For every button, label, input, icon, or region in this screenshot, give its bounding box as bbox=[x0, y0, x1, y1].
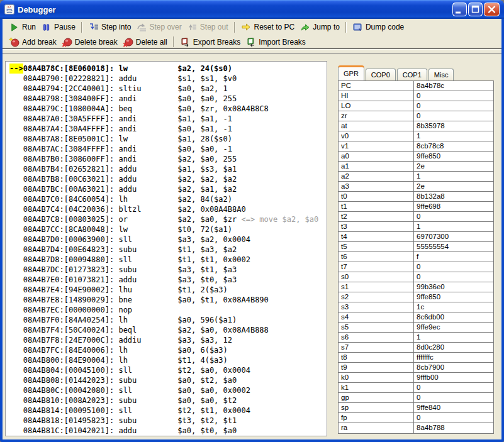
register-row: s61 bbox=[339, 333, 493, 343]
disasm-line[interactable]: 08A4B7EC:[00000000]: nop bbox=[6, 305, 327, 315]
disasm-line[interactable]: 08A4B79C:[1080004A]: beq $a0, $zr, 0x08A… bbox=[6, 104, 327, 114]
register-value[interactable]: 9ffe850 bbox=[414, 152, 493, 161]
instruction-text: 08A4B7D0:[00063900]: sll $a3, $a2, 0x000… bbox=[23, 235, 250, 244]
java-app-icon[interactable] bbox=[4, 4, 14, 14]
pause-button[interactable]: Pause bbox=[38, 21, 78, 33]
register-value[interactable]: 9ffe698 bbox=[414, 202, 493, 211]
disasm-line[interactable]: 08A4B814:[00095100]: sll $t2, $t1, 0x000… bbox=[6, 406, 327, 416]
register-name: HI bbox=[339, 91, 414, 101]
register-value[interactable]: 9fffb00 bbox=[414, 373, 493, 382]
tab-cop1[interactable]: COP1 bbox=[397, 69, 427, 80]
register-value[interactable]: 9ffe840 bbox=[414, 403, 493, 412]
disasm-line[interactable]: 08A4B798:[308400FF]: andi $a0, $a0, 255 bbox=[6, 94, 327, 104]
register-value[interactable]: 0 bbox=[414, 272, 493, 282]
delete-break-button[interactable]: Delete break bbox=[59, 36, 120, 48]
disasm-line[interactable]: 08A4B7A4:[30A4FFFF]: andi $a0, $a1, -1 bbox=[6, 124, 327, 134]
disasm-line[interactable]: 08A4B790:[02228821]: addu $s1, $s1, $v0 bbox=[6, 74, 327, 84]
disasm-line[interactable]: 08A4B800:[84E90004]: lh $t1, 4($a3) bbox=[6, 355, 327, 365]
dump-code-button[interactable]: Dump code bbox=[350, 21, 406, 33]
register-value[interactable]: 0 bbox=[414, 212, 493, 221]
register-value[interactable]: 9ffe9ec bbox=[414, 323, 493, 332]
reset-to-pc-button[interactable]: Reset to PC bbox=[238, 21, 298, 33]
disasm-line[interactable]: 08A4B7A0:[30A5FFFF]: andi $a1, $a1, -1 bbox=[6, 114, 327, 124]
register-value[interactable]: 9ffe850 bbox=[414, 292, 493, 302]
disasm-line[interactable]: 08A4B7AC:[3084FFFF]: andi $a0, $a0, -1 bbox=[6, 144, 327, 154]
minimize-button[interactable] bbox=[452, 3, 467, 16]
tab-cop0[interactable]: COP0 bbox=[366, 69, 396, 80]
disasm-line[interactable]: 08A4B794:[2CC40001]: sltiu $a0, $a2, 1 bbox=[6, 84, 327, 94]
register-value[interactable]: 0 bbox=[414, 413, 493, 423]
disasm-line[interactable]: 08A4B7B4:[02652821]: addu $a1, $s3, $a1 bbox=[6, 164, 327, 174]
disasm-line[interactable]: 08A4B7CC:[8CA80048]: lw $t0, 72($a1) bbox=[6, 224, 327, 235]
register-value[interactable]: 1 bbox=[414, 333, 493, 342]
register-value[interactable]: 1 bbox=[414, 222, 493, 231]
disasm-line[interactable]: 08A4B808:[01442023]: subu $a0, $t2, $a0 bbox=[6, 375, 327, 385]
disasm-line[interactable]: 08A4B7F4:[50C40024]: beql $a2, $a0, 0x08… bbox=[6, 325, 327, 335]
disasm-line[interactable]: 08A4B7C0:[84C60054]: lh $a2, 84($a2) bbox=[6, 194, 327, 204]
disasm-line[interactable]: 08A4B7D8:[00094880]: sll $t1, $t1, 0x000… bbox=[6, 255, 327, 265]
register-value[interactable]: 8cb7900 bbox=[414, 363, 493, 372]
register-value[interactable]: 8c6db00 bbox=[414, 312, 493, 322]
run-button[interactable]: Run bbox=[6, 21, 38, 33]
disasm-line[interactable]: 08A4B7B8:[00C63021]: addu $a2, $a2, $a2 bbox=[6, 174, 327, 184]
disasm-line[interactable]: 08A4B7BC:[00A63021]: addu $a2, $a1, $a2 bbox=[6, 184, 327, 194]
disasm-line[interactable]: 08A4B7E8:[14890029]: bne $a0, $t1, 0x08A… bbox=[6, 295, 327, 305]
disasm-line[interactable]: 08A4B818:[01495823]: subu $t3, $t2, $t1 bbox=[6, 416, 327, 426]
register-value[interactable]: 0 bbox=[414, 101, 493, 111]
register-value[interactable]: 8b132a8 bbox=[414, 192, 493, 201]
register-value[interactable]: 8a4b788 bbox=[414, 423, 493, 433]
register-row: t70 bbox=[339, 262, 493, 272]
disasm-line[interactable]: 08A4B80C:[00042080]: sll $a0, $a0, 0x000… bbox=[6, 385, 327, 395]
register-value[interactable]: 69707300 bbox=[414, 232, 493, 241]
disasm-line[interactable]: 08A4B81C:[01042021]: addu $a0, $t0, $a0 bbox=[6, 426, 327, 436]
export-breaks-button[interactable]: Export Breaks bbox=[177, 36, 243, 48]
disasm-line[interactable]: 08A4B7A8:[8E05001C]: lw $a1, 28($s0) bbox=[6, 134, 327, 144]
disasm-line[interactable]: 08A4B7F8:[24E7000C]: addiu $a3, $a3, 12 bbox=[6, 335, 327, 345]
maximize-button[interactable] bbox=[468, 3, 483, 16]
tab-gpr[interactable]: GPR bbox=[338, 65, 364, 80]
register-value[interactable]: 1 bbox=[414, 172, 493, 181]
tab-misc[interactable]: Misc bbox=[428, 69, 454, 80]
register-value[interactable]: 0 bbox=[414, 262, 493, 272]
register-value[interactable]: 0 bbox=[414, 91, 493, 101]
title-bar[interactable]: Debugger bbox=[0, 0, 504, 19]
disasm-line[interactable]: 08A4B7D4:[00E64823]: subu $t1, $a3, $a2 bbox=[6, 245, 327, 255]
register-value[interactable]: 8a4b78c bbox=[414, 81, 493, 91]
register-value[interactable]: 1c bbox=[414, 302, 493, 312]
disasm-line[interactable]: 08A4B7E0:[01073821]: addu $a3, $t0, $a3 bbox=[6, 275, 327, 285]
register-name: a1 bbox=[339, 162, 414, 171]
disasm-line[interactable]: 08A4B7E4:[94E90002]: lhu $t1, 2($a3) bbox=[6, 285, 327, 295]
register-value[interactable]: 8b35978 bbox=[414, 121, 493, 131]
jump-to-icon bbox=[300, 22, 310, 32]
register-value[interactable]: 8d0c280 bbox=[414, 343, 493, 352]
register-value[interactable]: f bbox=[414, 252, 493, 262]
toolbar-separator bbox=[173, 36, 174, 47]
register-value[interactable]: fffffffc bbox=[414, 353, 493, 362]
register-value[interactable]: 1 bbox=[414, 131, 493, 141]
disasm-line[interactable]: 08A4B7D0:[00063900]: sll $a3, $a2, 0x000… bbox=[6, 235, 327, 245]
disasm-line[interactable]: -->08A4B78C:[8E060018]: lw $a2, 24($s0) bbox=[6, 64, 327, 74]
disasm-line[interactable]: 08A4B7C8:[00803025]: or $a2, $a0, $zr <=… bbox=[6, 214, 327, 224]
jump-to-button[interactable]: Jump to bbox=[297, 21, 342, 33]
register-value[interactable]: 0 bbox=[414, 111, 493, 121]
import-breaks-button[interactable]: Import Breaks bbox=[243, 36, 308, 48]
delete-all-button[interactable]: Delete all bbox=[120, 36, 170, 48]
register-value[interactable]: 2e bbox=[414, 162, 493, 171]
disasm-line[interactable]: 08A4B810:[008A2023]: subu $a0, $a0, $t2 bbox=[6, 395, 327, 406]
disasm-line[interactable]: 08A4B804:[00045100]: sll $t2, $a0, 0x000… bbox=[6, 365, 327, 375]
register-value[interactable]: 8cb78c8 bbox=[414, 141, 493, 151]
register-value[interactable]: 0 bbox=[414, 383, 493, 392]
instruction-text: 08A4B7E0:[01073821]: addu $a3, $t0, $a3 bbox=[23, 275, 237, 284]
close-button[interactable] bbox=[484, 3, 500, 16]
disasm-line[interactable]: 08A4B7FC:[84E40006]: lh $a0, 6($a3) bbox=[6, 345, 327, 355]
add-break-button[interactable]: Add break bbox=[6, 36, 59, 48]
register-value[interactable]: 55555554 bbox=[414, 242, 493, 251]
disasm-line[interactable]: 08A4B7C4:[04C20036]: bltzl $a2, 0x08A4B8… bbox=[6, 204, 327, 214]
disasm-line[interactable]: 08A4B7F0:[84A40254]: lh $a0, 596($a1) bbox=[6, 315, 327, 325]
register-value[interactable]: 99b36e0 bbox=[414, 282, 493, 292]
step-into-button[interactable]: Step into bbox=[86, 21, 133, 33]
disasm-line[interactable]: 08A4B7B0:[308600FF]: andi $a2, $a0, 255 bbox=[6, 154, 327, 164]
register-value[interactable]: 2e bbox=[414, 182, 493, 191]
register-value[interactable]: 0 bbox=[414, 393, 493, 402]
disasm-line[interactable]: 08A4B7DC:[01273823]: subu $a3, $t1, $a3 bbox=[6, 265, 327, 275]
